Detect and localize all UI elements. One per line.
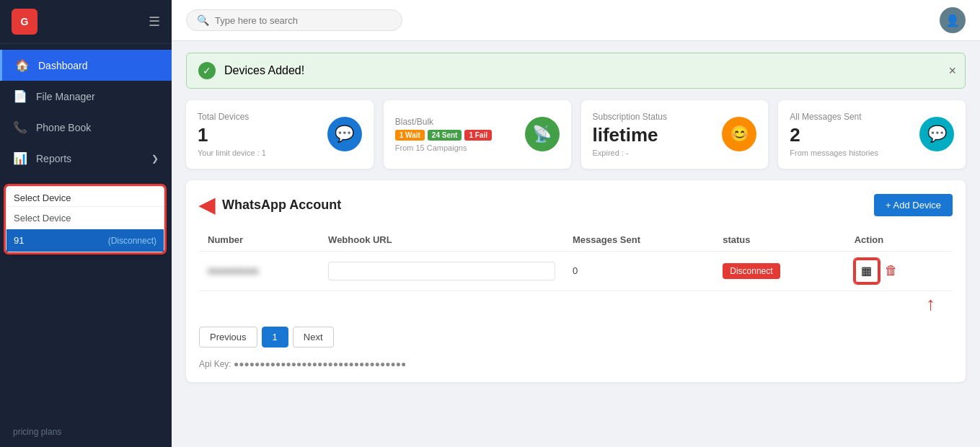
stat-card-all-messages: All Messages Sent 2 From messages histor… [778, 100, 966, 169]
select-device-title: Select Device [6, 187, 164, 207]
add-device-button[interactable]: + Add Device [874, 194, 953, 216]
disconnect-button[interactable]: Disconnect [723, 263, 780, 279]
stat-sub: From messages histories [790, 149, 919, 157]
stat-info-messages: All Messages Sent 2 From messages histor… [790, 112, 919, 157]
webhook-url-input[interactable] [328, 262, 555, 280]
header: 🔍 👤 [172, 0, 980, 41]
sidebar-nav: 🏠 Dashboard 📄 File Manager 📞 Phone Book … [0, 44, 172, 417]
dropdown-option-91[interactable]: 91 (Disconnect) [6, 229, 164, 252]
success-alert: ✓ Devices Added! × [186, 53, 966, 89]
file-manager-icon: 📄 [13, 89, 27, 103]
cell-status: Disconnect [714, 251, 845, 291]
api-key-row: Api Key: ●●●●●●●●●●●●●●●●●●●●●●●●●●●●●●●… [199, 359, 953, 369]
badge-sent: 24 Sent [428, 130, 462, 141]
col-messages-sent: Messages Sent [564, 229, 714, 252]
stat-sub: Expired : - [593, 149, 723, 157]
stat-icon-messages: 💬 [919, 117, 954, 151]
cell-messages-sent: 0 [564, 251, 714, 291]
reports-icon: 📊 [13, 151, 27, 165]
col-action: Action [846, 229, 953, 252]
stat-info-subscription: Subscription Status lifetime Expired : - [593, 112, 723, 157]
sidebar-item-label: Reports [36, 153, 71, 164]
stat-sub: Your limit device : 1 [198, 149, 327, 157]
stat-card-total-devices: Total Devices 1 Your limit device : 1 💬 [186, 100, 374, 169]
cell-action: ▦ 🗑 [846, 251, 953, 291]
chevron-right-icon: ❯ [151, 154, 159, 164]
page-1-button[interactable]: 1 [262, 327, 288, 348]
cell-number: ●●●●●●●●● [199, 251, 319, 291]
table-body: ●●●●●●●●● 0 Disconnect ▦ [199, 251, 953, 291]
search-bar[interactable]: 🔍 [186, 9, 402, 31]
phone-number: ●●●●●●●●● [208, 265, 259, 276]
stat-value: lifetime [593, 125, 723, 146]
sidebar-item-file-manager[interactable]: 📄 File Manager [0, 81, 172, 112]
dropdown-option-91-label: 91 [14, 235, 24, 246]
api-key-label: Api Key: [199, 359, 231, 369]
stat-label: Subscription Status [593, 112, 723, 122]
sidebar: G ☰ 🏠 Dashboard 📄 File Manager 📞 Phone B… [0, 0, 172, 447]
whatsapp-section: ◀ WhatsApp Account + Add Device Number W… [186, 180, 966, 382]
sidebar-item-label: Phone Book [36, 122, 91, 133]
stat-icon-subscription: 😊 [722, 117, 756, 151]
api-key-value: ●●●●●●●●●●●●●●●●●●●●●●●●●●●●●●●●● [234, 359, 406, 369]
hamburger-menu[interactable]: ☰ [149, 14, 160, 30]
pricing-plans-link[interactable]: pricing plans [0, 417, 172, 447]
whatsapp-title-row: ◀ WhatsApp Account [199, 193, 341, 217]
stat-value: 1 [198, 125, 327, 146]
sidebar-item-dashboard[interactable]: 🏠 Dashboard [0, 50, 172, 81]
check-icon: ✓ [198, 62, 216, 79]
delete-button[interactable]: 🗑 [885, 263, 898, 278]
stat-label: Blast/Bulk [395, 117, 525, 127]
qr-icon: ▦ [861, 264, 872, 278]
whatsapp-header: ◀ WhatsApp Account + Add Device [199, 193, 953, 217]
stat-info-blast: Blast/Bulk 1 Wait 24 Sent 1 Fail From 15… [395, 117, 525, 152]
badge-wait: 1 Wait [395, 130, 425, 141]
sidebar-item-label: File Manager [36, 91, 95, 102]
col-webhook: Webhook URL [319, 229, 564, 252]
pagination: Previous 1 Next [199, 327, 953, 348]
disconnect-label: (Disconnect) [108, 236, 156, 246]
previous-button[interactable]: Previous [199, 327, 257, 348]
stats-row: Total Devices 1 Your limit device : 1 💬 … [186, 100, 966, 169]
badge-fail: 1 Fail [464, 130, 492, 141]
stat-icon-blast: 📡 [525, 117, 560, 151]
col-status: status [714, 229, 845, 252]
stat-icon-devices: 💬 [327, 117, 362, 151]
stat-value: 2 [790, 125, 919, 146]
dashboard-icon: 🏠 [15, 58, 30, 72]
content-area: ✓ Devices Added! × Total Devices 1 Your … [172, 41, 980, 447]
sidebar-logo: G ☰ [0, 0, 172, 44]
search-input[interactable] [215, 15, 392, 26]
sidebar-item-reports[interactable]: 📊 Reports ❯ [0, 143, 172, 174]
stat-card-blast-bulk: Blast/Bulk 1 Wait 24 Sent 1 Fail From 15… [384, 100, 571, 169]
blast-badges: 1 Wait 24 Sent 1 Fail [395, 130, 525, 141]
app-logo: G [12, 9, 37, 35]
dropdown-option-select-device[interactable]: Select Device [6, 207, 164, 229]
table-row: ●●●●●●●●● 0 Disconnect ▦ [199, 251, 953, 291]
whatsapp-title: WhatsApp Account [222, 198, 341, 213]
phone-book-icon: 📞 [13, 120, 27, 134]
qr-code-button[interactable]: ▦ [855, 259, 879, 283]
table-head: Number Webhook URL Messages Sent status … [199, 229, 953, 252]
stat-label: Total Devices [198, 112, 327, 122]
action-cell: ▦ 🗑 [855, 259, 944, 283]
stat-sub: From 15 Campaigns [395, 143, 525, 152]
up-arrow-annotation: ↑ [199, 293, 953, 315]
sidebar-item-phone-book[interactable]: 📞 Phone Book [0, 112, 172, 143]
alert-message: Devices Added! [224, 64, 304, 77]
next-button[interactable]: Next [293, 327, 334, 348]
col-number: Number [199, 229, 319, 252]
search-icon: 🔍 [197, 14, 209, 26]
cell-webhook [319, 251, 564, 291]
stat-card-subscription: Subscription Status lifetime Expired : -… [581, 100, 769, 169]
alert-close-button[interactable]: × [948, 63, 956, 79]
avatar[interactable]: 👤 [940, 7, 966, 33]
stat-label: All Messages Sent [790, 112, 919, 122]
arrow-left-icon: ◀ [199, 193, 215, 217]
stat-info-total-devices: Total Devices 1 Your limit device : 1 [198, 112, 327, 157]
main-content: 🔍 👤 ✓ Devices Added! × Total Devices 1 Y… [172, 0, 980, 447]
sidebar-item-label: Dashboard [38, 60, 88, 71]
select-device-dropdown[interactable]: Select Device Select Device 91 (Disconne… [6, 186, 164, 252]
device-table: Number Webhook URL Messages Sent status … [199, 229, 953, 291]
